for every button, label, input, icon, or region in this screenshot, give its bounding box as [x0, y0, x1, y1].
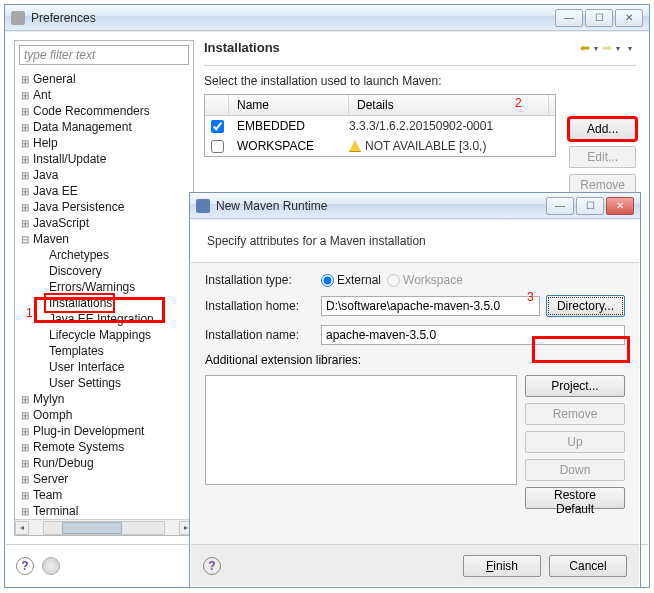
preferences-tree[interactable]: ⊞General⊞Ant⊞Code Recommenders⊞Data Mana…: [15, 69, 193, 519]
tree-item-archetypes[interactable]: Archetypes: [15, 247, 193, 263]
forward-menu-icon[interactable]: ▾: [616, 42, 624, 53]
finish-button[interactable]: Finish: [463, 555, 541, 577]
project-button[interactable]: Project...: [525, 375, 625, 397]
tree-item-label: Terminal: [31, 504, 78, 518]
expand-icon[interactable]: ⊞: [19, 106, 31, 117]
preferences-titlebar[interactable]: Preferences — ☐ ✕: [5, 5, 649, 31]
scroll-left-icon[interactable]: ◂: [15, 521, 29, 535]
expand-icon[interactable]: ⊞: [19, 490, 31, 501]
radio-external[interactable]: External: [321, 273, 381, 287]
tree-item-server[interactable]: ⊞Server: [15, 471, 193, 487]
dialog-maximize-button[interactable]: ☐: [576, 197, 604, 215]
tree-scrollbar[interactable]: ◂ ▸: [15, 519, 193, 535]
preferences-tree-pane: type filter text ⊞General⊞Ant⊞Code Recom…: [14, 40, 194, 536]
directory-button[interactable]: Directory...: [546, 295, 625, 317]
tree-item-team[interactable]: ⊞Team: [15, 487, 193, 503]
tree-item-lifecycle-mappings[interactable]: Lifecycle Mappings: [15, 327, 193, 343]
tree-item-label: Install/Update: [31, 152, 106, 166]
radio-workspace: Workspace: [387, 273, 463, 287]
scroll-thumb[interactable]: [62, 522, 122, 534]
tree-item-data-management[interactable]: ⊞Data Management: [15, 119, 193, 135]
expand-icon[interactable]: ⊞: [19, 458, 31, 469]
expand-icon[interactable]: ⊞: [19, 218, 31, 229]
tree-item-discovery[interactable]: Discovery: [15, 263, 193, 279]
dialog-close-button[interactable]: ✕: [606, 197, 634, 215]
install-type-label: Installation type:: [205, 273, 315, 287]
tree-item-label: Java: [31, 168, 58, 182]
runtime-titlebar[interactable]: New Maven Runtime — ☐ ✕: [190, 193, 640, 219]
table-row[interactable]: WORKSPACENOT AVAILABLE [3.0,): [205, 136, 555, 156]
tree-item-install-update[interactable]: ⊞Install/Update: [15, 151, 193, 167]
expand-icon[interactable]: ⊞: [19, 426, 31, 437]
callout-3: 3: [527, 290, 534, 304]
row-checkbox[interactable]: [211, 140, 224, 153]
tree-item-ant[interactable]: ⊞Ant: [15, 87, 193, 103]
dialog-minimize-button[interactable]: —: [546, 197, 574, 215]
tree-item-label: Remote Systems: [31, 440, 124, 454]
view-menu-icon[interactable]: ▾: [628, 42, 636, 53]
tree-item-label: Data Management: [31, 120, 132, 134]
help-icon[interactable]: ?: [16, 557, 34, 575]
expand-icon[interactable]: ⊞: [19, 442, 31, 453]
tree-item-user-settings[interactable]: User Settings: [15, 375, 193, 391]
tree-item-remote-systems[interactable]: ⊞Remote Systems: [15, 439, 193, 455]
edit-button[interactable]: Edit...: [569, 146, 636, 168]
up-button[interactable]: Up: [525, 431, 625, 453]
back-menu-icon[interactable]: ▾: [594, 42, 602, 53]
tree-item-label: JavaScript: [31, 216, 89, 230]
expand-icon[interactable]: ⊞: [19, 506, 31, 517]
close-button[interactable]: ✕: [615, 9, 643, 27]
expand-icon[interactable]: ⊞: [19, 394, 31, 405]
expand-icon[interactable]: ⊞: [19, 138, 31, 149]
tree-item-errors-warnings[interactable]: Errors/Warnings: [15, 279, 193, 295]
install-home-input[interactable]: D:\software\apache-maven-3.5.0: [321, 296, 540, 316]
tree-item-java-persistence[interactable]: ⊞Java Persistence: [15, 199, 193, 215]
highlight-directory: [532, 336, 630, 363]
expand-icon[interactable]: ⊞: [19, 410, 31, 421]
expand-icon[interactable]: ⊞: [19, 186, 31, 197]
tree-item-user-interface[interactable]: User Interface: [15, 359, 193, 375]
extension-libs-list[interactable]: [205, 375, 517, 485]
lib-remove-button[interactable]: Remove: [525, 403, 625, 425]
tree-item-mylyn[interactable]: ⊞Mylyn: [15, 391, 193, 407]
tree-item-oomph[interactable]: ⊞Oomph: [15, 407, 193, 423]
callout-2: 2: [515, 96, 522, 110]
cancel-button[interactable]: Cancel: [549, 555, 627, 577]
tree-item-label: Lifecycle Mappings: [47, 328, 151, 342]
expand-icon[interactable]: ⊞: [19, 74, 31, 85]
tree-item-general[interactable]: ⊞General: [15, 71, 193, 87]
tree-item-plug-in-development[interactable]: ⊞Plug-in Development: [15, 423, 193, 439]
minimize-button[interactable]: —: [555, 9, 583, 27]
expand-icon[interactable]: ⊞: [19, 170, 31, 181]
tree-item-maven[interactable]: ⊟Maven: [15, 231, 193, 247]
forward-icon[interactable]: ➡: [602, 41, 616, 55]
expand-icon[interactable]: ⊞: [19, 202, 31, 213]
restore-default-button[interactable]: Restore Default: [525, 487, 625, 509]
dialog-help-icon[interactable]: ?: [203, 557, 221, 575]
install-name-label: Installation name:: [205, 328, 315, 342]
tree-item-terminal[interactable]: ⊞Terminal: [15, 503, 193, 519]
footer-icon[interactable]: [42, 557, 60, 575]
expand-icon[interactable]: ⊞: [19, 122, 31, 133]
tree-item-templates[interactable]: Templates: [15, 343, 193, 359]
down-button[interactable]: Down: [525, 459, 625, 481]
expand-icon[interactable]: ⊞: [19, 154, 31, 165]
add-button[interactable]: Add...: [569, 118, 636, 140]
tree-item-label: Java EE: [31, 184, 78, 198]
maximize-button[interactable]: ☐: [585, 9, 613, 27]
table-row[interactable]: EMBEDDED3.3.3/1.6.2.20150902-0001: [205, 116, 555, 136]
tree-item-java[interactable]: ⊞Java: [15, 167, 193, 183]
expand-icon[interactable]: ⊞: [19, 90, 31, 101]
filter-input[interactable]: type filter text: [19, 45, 189, 65]
tree-item-java-ee[interactable]: ⊞Java EE: [15, 183, 193, 199]
expand-icon[interactable]: ⊞: [19, 474, 31, 485]
tree-item-code-recommenders[interactable]: ⊞Code Recommenders: [15, 103, 193, 119]
tree-item-help[interactable]: ⊞Help: [15, 135, 193, 151]
column-name[interactable]: Name: [229, 95, 349, 115]
back-icon[interactable]: ⬅: [580, 41, 594, 55]
dialog-title: New Maven Runtime: [216, 199, 546, 213]
row-checkbox[interactable]: [211, 120, 224, 133]
tree-item-run-debug[interactable]: ⊞Run/Debug: [15, 455, 193, 471]
expand-icon[interactable]: ⊟: [19, 234, 31, 245]
tree-item-javascript[interactable]: ⊞JavaScript: [15, 215, 193, 231]
